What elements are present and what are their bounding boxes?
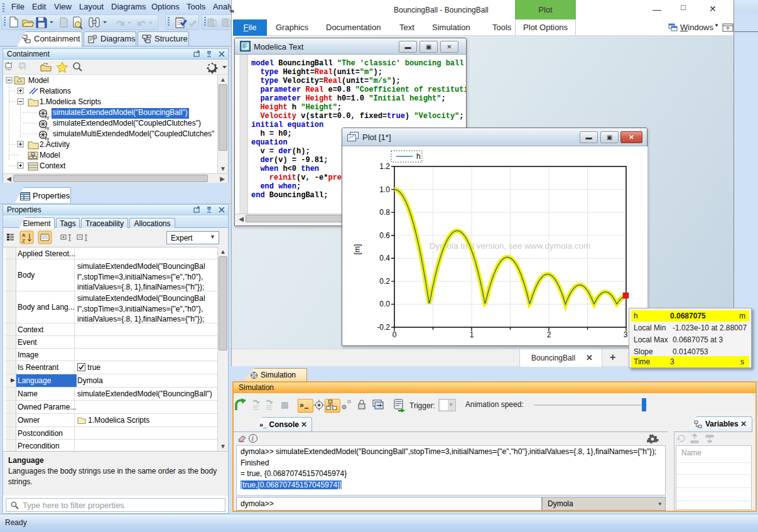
svg-text:i: i [252,435,254,442]
svg-text:3: 3 [624,330,628,339]
svg-text:0.0: 0.0 [379,300,390,308]
svg-text:1.0: 1.0 [379,185,390,194]
svg-text:A: A [22,232,26,238]
svg-text:0.4: 0.4 [379,254,390,263]
svg-text:0: 0 [393,330,397,339]
svg-text:Z: Z [22,238,25,244]
svg-text:xy: xy [45,115,50,120]
svg-text:1.2: 1.2 [379,162,390,171]
svg-text:2: 2 [547,330,551,339]
svg-text:Trigger:: Trigger: [409,401,435,410]
svg-text:0.6: 0.6 [379,231,390,240]
svg-text:0.2: 0.2 [379,277,390,286]
svg-text:-0.2: -0.2 [377,323,390,332]
svg-text:1: 1 [470,330,474,339]
svg-text:h: h [416,152,421,161]
svg-text:Dymola trial version, see www.: Dymola trial version, see www.dymola.com [430,241,591,251]
svg-text:[m]: [m] [353,244,362,255]
svg-text:0.8: 0.8 [379,208,390,217]
svg-text:»: » [300,401,304,410]
